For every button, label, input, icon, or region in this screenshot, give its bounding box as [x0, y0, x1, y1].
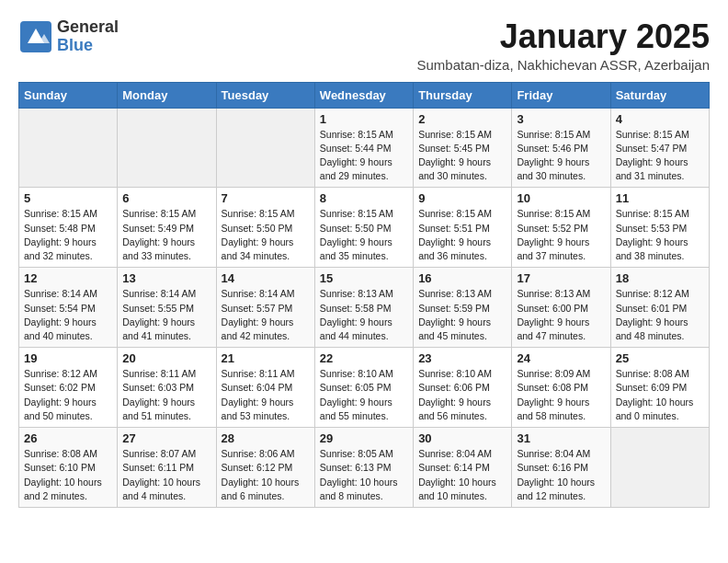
day-number: 5	[24, 191, 112, 205]
day-info: Sunrise: 8:08 AM Sunset: 6:09 PM Dayligh…	[616, 367, 704, 423]
day-info: Sunrise: 8:05 AM Sunset: 6:13 PM Dayligh…	[320, 447, 408, 503]
day-number: 2	[418, 112, 506, 126]
day-info: Sunrise: 8:15 AM Sunset: 5:48 PM Dayligh…	[24, 207, 112, 263]
calendar-cell: 4Sunrise: 8:15 AM Sunset: 5:47 PM Daylig…	[610, 108, 709, 188]
calendar-week-1: 1Sunrise: 8:15 AM Sunset: 5:44 PM Daylig…	[19, 108, 710, 188]
day-number: 19	[24, 351, 112, 365]
calendar-header-row: SundayMondayTuesdayWednesdayThursdayFrid…	[19, 82, 710, 108]
calendar-week-2: 5Sunrise: 8:15 AM Sunset: 5:48 PM Daylig…	[19, 188, 710, 268]
day-info: Sunrise: 8:09 AM Sunset: 6:08 PM Dayligh…	[517, 367, 605, 423]
day-number: 3	[517, 112, 605, 126]
weekday-header-friday: Friday	[512, 82, 610, 108]
calendar-cell: 2Sunrise: 8:15 AM Sunset: 5:45 PM Daylig…	[414, 108, 512, 188]
calendar-cell: 12Sunrise: 8:14 AM Sunset: 5:54 PM Dayli…	[19, 268, 118, 348]
day-number: 4	[616, 112, 704, 126]
calendar-cell: 27Sunrise: 8:07 AM Sunset: 6:11 PM Dayli…	[118, 428, 216, 508]
day-number: 12	[24, 271, 112, 285]
calendar-cell: 9Sunrise: 8:15 AM Sunset: 5:51 PM Daylig…	[414, 188, 512, 268]
day-info: Sunrise: 8:15 AM Sunset: 5:47 PM Dayligh…	[616, 128, 704, 184]
day-info: Sunrise: 8:12 AM Sunset: 6:02 PM Dayligh…	[24, 367, 112, 423]
day-number: 17	[517, 271, 605, 285]
logo-general: General	[57, 18, 119, 37]
day-info: Sunrise: 8:15 AM Sunset: 5:46 PM Dayligh…	[517, 128, 605, 184]
day-info: Sunrise: 8:14 AM Sunset: 5:54 PM Dayligh…	[24, 287, 112, 343]
weekday-header-sunday: Sunday	[19, 82, 118, 108]
calendar-cell: 6Sunrise: 8:15 AM Sunset: 5:49 PM Daylig…	[118, 188, 216, 268]
calendar-cell: 18Sunrise: 8:12 AM Sunset: 6:01 PM Dayli…	[610, 268, 709, 348]
day-info: Sunrise: 8:14 AM Sunset: 5:55 PM Dayligh…	[122, 287, 210, 343]
day-number: 6	[122, 191, 210, 205]
calendar-cell: 7Sunrise: 8:15 AM Sunset: 5:50 PM Daylig…	[216, 188, 314, 268]
day-number: 24	[517, 351, 605, 365]
day-info: Sunrise: 8:13 AM Sunset: 6:00 PM Dayligh…	[517, 287, 605, 343]
calendar-cell: 5Sunrise: 8:15 AM Sunset: 5:48 PM Daylig…	[19, 188, 118, 268]
calendar-cell: 25Sunrise: 8:08 AM Sunset: 6:09 PM Dayli…	[610, 348, 709, 428]
calendar-cell: 15Sunrise: 8:13 AM Sunset: 5:58 PM Dayli…	[314, 268, 413, 348]
calendar-cell: 26Sunrise: 8:08 AM Sunset: 6:10 PM Dayli…	[19, 428, 118, 508]
weekday-header-saturday: Saturday	[610, 82, 709, 108]
day-info: Sunrise: 8:13 AM Sunset: 5:59 PM Dayligh…	[418, 287, 506, 343]
calendar-table: SundayMondayTuesdayWednesdayThursdayFrid…	[18, 82, 710, 508]
calendar-cell: 11Sunrise: 8:15 AM Sunset: 5:53 PM Dayli…	[610, 188, 709, 268]
calendar-cell: 13Sunrise: 8:14 AM Sunset: 5:55 PM Dayli…	[118, 268, 216, 348]
day-info: Sunrise: 8:15 AM Sunset: 5:44 PM Dayligh…	[320, 128, 408, 184]
calendar-cell: 14Sunrise: 8:14 AM Sunset: 5:57 PM Dayli…	[216, 268, 314, 348]
calendar-cell	[118, 108, 216, 188]
calendar-week-5: 26Sunrise: 8:08 AM Sunset: 6:10 PM Dayli…	[19, 428, 710, 508]
day-info: Sunrise: 8:04 AM Sunset: 6:14 PM Dayligh…	[418, 447, 506, 503]
calendar-week-4: 19Sunrise: 8:12 AM Sunset: 6:02 PM Dayli…	[19, 348, 710, 428]
day-info: Sunrise: 8:11 AM Sunset: 6:04 PM Dayligh…	[222, 367, 310, 423]
calendar-cell: 16Sunrise: 8:13 AM Sunset: 5:59 PM Dayli…	[414, 268, 512, 348]
day-number: 8	[320, 191, 408, 205]
calendar-cell: 19Sunrise: 8:12 AM Sunset: 6:02 PM Dayli…	[19, 348, 118, 428]
day-info: Sunrise: 8:15 AM Sunset: 5:51 PM Dayligh…	[418, 207, 506, 263]
day-number: 10	[517, 191, 605, 205]
page-header: General Blue January 2025 Sumbatan-diza,…	[18, 18, 710, 73]
day-info: Sunrise: 8:15 AM Sunset: 5:50 PM Dayligh…	[222, 207, 310, 263]
calendar-cell: 3Sunrise: 8:15 AM Sunset: 5:46 PM Daylig…	[512, 108, 610, 188]
day-number: 14	[222, 271, 310, 285]
calendar-cell: 10Sunrise: 8:15 AM Sunset: 5:52 PM Dayli…	[512, 188, 610, 268]
calendar-cell: 30Sunrise: 8:04 AM Sunset: 6:14 PM Dayli…	[414, 428, 512, 508]
day-info: Sunrise: 8:10 AM Sunset: 6:05 PM Dayligh…	[320, 367, 408, 423]
calendar-week-3: 12Sunrise: 8:14 AM Sunset: 5:54 PM Dayli…	[19, 268, 710, 348]
calendar-cell	[216, 108, 314, 188]
day-info: Sunrise: 8:06 AM Sunset: 6:12 PM Dayligh…	[222, 447, 310, 503]
day-number: 28	[222, 431, 310, 445]
day-info: Sunrise: 8:04 AM Sunset: 6:16 PM Dayligh…	[517, 447, 605, 503]
day-number: 27	[122, 431, 210, 445]
day-info: Sunrise: 8:15 AM Sunset: 5:45 PM Dayligh…	[418, 128, 506, 184]
calendar-cell	[610, 428, 709, 508]
day-number: 29	[320, 431, 408, 445]
calendar-cell: 17Sunrise: 8:13 AM Sunset: 6:00 PM Dayli…	[512, 268, 610, 348]
calendar-body: 1Sunrise: 8:15 AM Sunset: 5:44 PM Daylig…	[19, 108, 710, 507]
month-title: January 2025	[416, 18, 710, 55]
title-block: January 2025 Sumbatan-diza, Nakhichevan …	[416, 18, 710, 73]
day-number: 20	[122, 351, 210, 365]
logo-blue: Blue	[57, 37, 119, 55]
day-number: 22	[320, 351, 408, 365]
day-number: 1	[320, 112, 408, 126]
calendar-cell: 24Sunrise: 8:09 AM Sunset: 6:08 PM Dayli…	[512, 348, 610, 428]
day-number: 23	[418, 351, 506, 365]
logo: General Blue	[18, 18, 119, 55]
weekday-header-thursday: Thursday	[414, 82, 512, 108]
day-number: 26	[24, 431, 112, 445]
calendar-cell: 21Sunrise: 8:11 AM Sunset: 6:04 PM Dayli…	[216, 348, 314, 428]
calendar-cell: 20Sunrise: 8:11 AM Sunset: 6:03 PM Dayli…	[118, 348, 216, 428]
day-info: Sunrise: 8:12 AM Sunset: 6:01 PM Dayligh…	[616, 287, 704, 343]
calendar-cell: 8Sunrise: 8:15 AM Sunset: 5:50 PM Daylig…	[314, 188, 413, 268]
weekday-header-tuesday: Tuesday	[216, 82, 314, 108]
location: Sumbatan-diza, Nakhichevan ASSR, Azerbai…	[416, 57, 710, 73]
calendar-cell	[19, 108, 118, 188]
day-info: Sunrise: 8:13 AM Sunset: 5:58 PM Dayligh…	[320, 287, 408, 343]
weekday-header-monday: Monday	[118, 82, 216, 108]
day-number: 9	[418, 191, 506, 205]
day-info: Sunrise: 8:15 AM Sunset: 5:49 PM Dayligh…	[122, 207, 210, 263]
day-number: 7	[222, 191, 310, 205]
day-number: 18	[616, 271, 704, 285]
day-info: Sunrise: 8:07 AM Sunset: 6:11 PM Dayligh…	[122, 447, 210, 503]
weekday-header-wednesday: Wednesday	[314, 82, 413, 108]
day-info: Sunrise: 8:14 AM Sunset: 5:57 PM Dayligh…	[222, 287, 310, 343]
calendar-cell: 1Sunrise: 8:15 AM Sunset: 5:44 PM Daylig…	[314, 108, 413, 188]
